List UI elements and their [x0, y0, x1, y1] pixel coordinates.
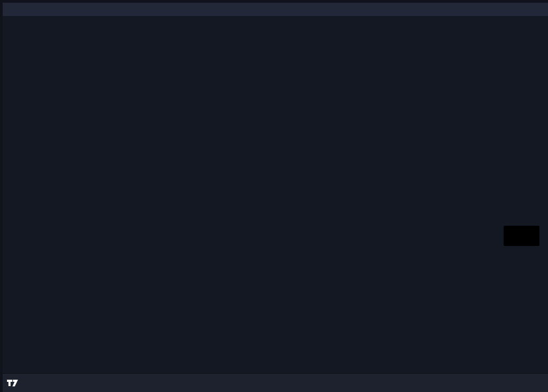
price-chart[interactable]	[0, 0, 548, 392]
tradingview-logo-icon[interactable]	[7, 380, 18, 388]
footer-bar	[0, 374, 548, 392]
attribution-bar	[0, 0, 548, 16]
tradingview-snapshot	[0, 0, 548, 392]
last-price-badge	[504, 226, 539, 246]
